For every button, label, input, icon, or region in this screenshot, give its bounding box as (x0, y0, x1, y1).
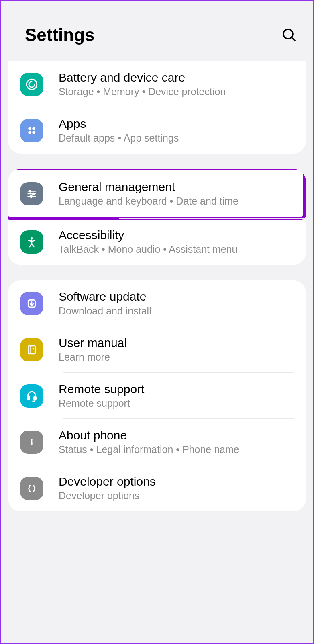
manual-icon: ? (20, 338, 43, 361)
svg-rect-18 (27, 396, 29, 400)
settings-item-software-update[interactable]: Software update Download and install (8, 280, 306, 326)
item-title: General management (59, 180, 291, 194)
item-subtitle: Learn more (59, 351, 294, 363)
svg-point-6 (32, 131, 35, 134)
code-icon (20, 477, 43, 500)
item-subtitle: Status • Legal information • Phone name (59, 444, 294, 455)
settings-group: General management Language and keyboard… (8, 169, 306, 265)
highlight-annotation: General management Language and keyboard… (8, 169, 306, 220)
apps-icon (20, 119, 43, 142)
svg-text:?: ? (32, 347, 35, 352)
item-text: Battery and device care Storage • Memory… (59, 71, 294, 98)
header: Settings (1, 1, 313, 61)
item-subtitle: Language and keyboard • Date and time (59, 195, 291, 207)
item-subtitle: Developer options (59, 490, 294, 502)
item-title: Software update (59, 290, 294, 304)
item-text: Accessibility TalkBack • Mono audio • As… (59, 228, 294, 255)
svg-line-1 (292, 37, 295, 41)
svg-point-10 (33, 193, 34, 195)
item-text: User manual Learn more (59, 336, 294, 363)
battery-care-icon (20, 73, 43, 96)
item-subtitle: Remote support (59, 398, 294, 409)
item-subtitle: Download and install (59, 305, 294, 317)
settings-item-battery[interactable]: Battery and device care Storage • Memory… (8, 61, 306, 107)
svg-point-5 (28, 131, 31, 134)
item-title: About phone (59, 429, 294, 442)
svg-rect-22 (31, 441, 32, 445)
sliders-icon (20, 182, 43, 205)
svg-point-3 (28, 127, 31, 130)
svg-point-13 (31, 237, 33, 239)
settings-item-about-phone[interactable]: About phone Status • Legal information •… (8, 419, 306, 465)
settings-item-remote-support[interactable]: Remote support Remote support (8, 373, 306, 419)
item-text: About phone Status • Legal information •… (59, 429, 294, 455)
svg-point-12 (31, 195, 32, 197)
item-title: Battery and device care (59, 71, 294, 84)
info-icon (20, 431, 43, 454)
settings-item-accessibility[interactable]: Accessibility TalkBack • Mono audio • As… (8, 219, 306, 265)
item-text: Developer options Developer options (59, 475, 294, 502)
svg-point-4 (32, 127, 35, 130)
settings-group: Software update Download and install ? U… (8, 280, 306, 511)
settings-item-general-management[interactable]: General management Language and keyboard… (8, 170, 303, 217)
update-icon (20, 292, 43, 315)
item-subtitle: Storage • Memory • Device protection (59, 86, 294, 98)
item-text: Apps Default apps • App settings (59, 117, 294, 144)
svg-point-2 (27, 79, 37, 90)
settings-item-user-manual[interactable]: ? User manual Learn more (8, 326, 306, 373)
svg-point-0 (283, 29, 293, 39)
svg-point-21 (31, 439, 33, 441)
item-text: Remote support Remote support (59, 382, 294, 409)
accessibility-icon (20, 230, 43, 254)
settings-item-apps[interactable]: Apps Default apps • App settings (8, 107, 306, 154)
item-title: Developer options (59, 475, 294, 488)
svg-point-8 (29, 190, 31, 192)
item-subtitle: TalkBack • Mono audio • Assistant menu (59, 244, 294, 255)
item-subtitle: Default apps • App settings (59, 132, 294, 144)
item-title: Remote support (59, 382, 294, 396)
item-text: Software update Download and install (59, 290, 294, 317)
settings-item-developer-options[interactable]: Developer options Developer options (8, 465, 306, 511)
item-title: Apps (59, 117, 294, 131)
item-text: General management Language and keyboard… (59, 180, 291, 207)
settings-group: Battery and device care Storage • Memory… (8, 61, 306, 154)
svg-rect-19 (34, 396, 36, 400)
page-title: Settings (25, 25, 95, 45)
headset-icon (20, 384, 43, 408)
item-title: User manual (59, 336, 294, 350)
item-title: Accessibility (59, 228, 294, 242)
search-icon[interactable] (281, 27, 297, 43)
